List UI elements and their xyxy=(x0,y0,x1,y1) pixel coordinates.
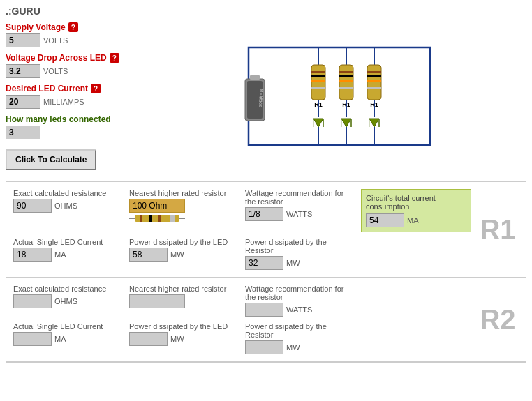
r1-power-led-row: mW xyxy=(129,248,239,262)
r1-wattage-label: Wattage recommendation for the resistor xyxy=(245,189,355,206)
desired-current-input[interactable] xyxy=(6,95,40,109)
r2-empty-bottom xyxy=(361,322,471,354)
voltage-drop-input[interactable] xyxy=(6,64,40,78)
circuit-diagram: METKU MODS R1 xyxy=(242,40,437,152)
supply-voltage-help-icon[interactable]: ? xyxy=(68,22,78,32)
r1-total-current-unit: mA xyxy=(407,216,419,225)
r1-total-current-cell: Circuit's total current consumption mA xyxy=(361,189,471,232)
results-section: Exact calculated resistance OHMS Nearest… xyxy=(6,181,526,363)
r2-exact-resistance-input[interactable] xyxy=(13,294,52,308)
desired-current-help-icon[interactable]: ? xyxy=(91,84,101,93)
r1-power-resistor-input[interactable] xyxy=(245,256,283,270)
main-container: .:GURU Supply Voltage ? VOLTS Voltage Dr… xyxy=(0,0,532,368)
svg-rect-11 xyxy=(311,87,325,89)
svg-rect-35 xyxy=(367,87,381,89)
r2-power-resistor-row: mW xyxy=(245,340,355,354)
r1-power-led-input[interactable] xyxy=(129,248,168,262)
r1-power-resistor-label: Power dissipated by the Resistor xyxy=(245,238,355,255)
desired-current-label: Desired LED Current ? xyxy=(6,84,145,93)
num-leds-label: How many leds connected xyxy=(6,114,145,124)
left-panel: Supply Voltage ? VOLTS Voltage Drop Acro… xyxy=(6,22,145,170)
r2-nearest-row xyxy=(129,294,239,308)
svg-rect-34 xyxy=(367,80,381,82)
svg-rect-21 xyxy=(339,75,353,77)
r2-actual-current-label: Actual Single LED Current xyxy=(13,322,124,331)
r1-actual-current-input[interactable] xyxy=(13,248,52,262)
supply-voltage-row: VOLTS xyxy=(6,33,145,47)
svg-rect-23 xyxy=(339,87,353,89)
r1-total-current-row: mA xyxy=(366,213,466,227)
r1-result-group: Exact calculated resistance OHMS Nearest… xyxy=(6,182,526,278)
r2-power-resistor-label: Power dissipated by the Resistor xyxy=(245,322,355,339)
r1-nearest-input[interactable] xyxy=(129,199,185,213)
r1-actual-current-row: mA xyxy=(13,248,124,262)
r1-actual-current-label: Actual Single LED Current xyxy=(13,238,124,246)
r1-exact-resistance-input[interactable] xyxy=(13,199,52,213)
app-title: .:GURU xyxy=(6,6,526,17)
r1-exact-resistance-cell: Exact calculated resistance OHMS xyxy=(13,189,124,232)
r2-exact-resistance-row: OHMS xyxy=(13,294,124,308)
r2-nearest-cell: Nearest higher rated resistor xyxy=(129,285,239,317)
r2-power-led-label: Power dissipated by the LED xyxy=(129,322,239,331)
r1-wattage-row: WATTS xyxy=(245,207,355,221)
r2-side-label: R2 xyxy=(477,285,519,354)
r2-actual-current-cell: Actual Single LED Current mA xyxy=(13,322,124,354)
svg-rect-33 xyxy=(367,75,381,77)
r2-wattage-cell: Wattage recommendation for the resistor … xyxy=(245,285,355,317)
circuit-area: METKU MODS R1 xyxy=(152,22,526,170)
desired-current-unit: MILLIAMPS xyxy=(43,98,84,106)
num-leds-input[interactable] xyxy=(6,126,40,139)
voltage-drop-help-icon[interactable]: ? xyxy=(110,53,119,63)
supply-voltage-input[interactable] xyxy=(6,33,40,47)
r2-actual-current-input[interactable] xyxy=(13,332,52,346)
svg-rect-22 xyxy=(339,80,353,82)
r1-exact-resistance-row: OHMS xyxy=(13,199,124,213)
r2-wattage-label: Wattage recommendation for the resistor xyxy=(245,285,355,301)
r2-power-led-unit: mW xyxy=(170,335,184,343)
r1-wattage-unit: WATTS xyxy=(286,210,312,218)
voltage-drop-unit: VOLTS xyxy=(43,67,68,75)
r1-power-led-unit: mW xyxy=(170,250,184,259)
num-leds-row xyxy=(6,126,145,139)
r1-actual-current-cell: Actual Single LED Current mA xyxy=(13,238,124,270)
r1-power-resistor-row: mW xyxy=(245,256,355,270)
svg-rect-31 xyxy=(367,65,381,100)
r2-result-group: Exact calculated resistance OHMS Nearest… xyxy=(6,278,526,362)
svg-marker-26 xyxy=(341,119,351,127)
r1-exact-resistance-label: Exact calculated resistance xyxy=(13,189,124,197)
r2-empty-top xyxy=(361,285,471,317)
r2-power-led-input[interactable] xyxy=(129,332,168,346)
r2-inner: Exact calculated resistance OHMS Nearest… xyxy=(13,285,471,354)
svg-rect-32 xyxy=(367,71,381,73)
desired-current-row: MILLIAMPS xyxy=(6,95,145,109)
svg-marker-38 xyxy=(369,119,379,127)
r2-actual-current-unit: mA xyxy=(54,335,66,343)
r2-wattage-input[interactable] xyxy=(245,303,283,317)
r1-nearest-row xyxy=(129,199,239,222)
r2-exact-resistance-label: Exact calculated resistance xyxy=(13,285,124,293)
r2-nearest-label: Nearest higher rated resistor xyxy=(129,285,239,293)
svg-rect-5 xyxy=(250,75,260,80)
r1-empty-cell xyxy=(361,238,471,270)
r1-total-current-input[interactable] xyxy=(366,213,404,227)
supply-voltage-unit: VOLTS xyxy=(43,36,68,45)
r1-total-current-label: Circuit's total current consumption xyxy=(366,194,466,211)
r2-exact-resistance-unit: OHMS xyxy=(54,297,77,305)
r1-power-resistor-unit: mW xyxy=(286,259,300,267)
voltage-drop-label: Voltage Drop Across LED ? xyxy=(6,53,145,63)
r1-wattage-cell: Wattage recommendation for the resistor … xyxy=(245,189,355,232)
r1-exact-resistance-unit: OHMS xyxy=(54,202,77,210)
svg-rect-9 xyxy=(311,75,325,77)
r2-power-resistor-input[interactable] xyxy=(245,340,283,354)
calculate-button[interactable]: Click To Calculate xyxy=(6,149,96,170)
r1-wattage-input[interactable] xyxy=(245,207,283,221)
r1-side-label: R1 xyxy=(477,189,519,270)
top-section: Supply Voltage ? VOLTS Voltage Drop Acro… xyxy=(6,22,526,170)
r2-power-led-cell: Power dissipated by the LED mW xyxy=(129,322,239,354)
r2-exact-resistance-cell: Exact calculated resistance OHMS xyxy=(13,285,124,317)
r2-power-led-row: mW xyxy=(129,332,239,346)
r2-power-resistor-unit: mW xyxy=(286,343,300,351)
r2-nearest-input[interactable] xyxy=(129,294,185,308)
r1-nearest-label: Nearest higher rated resistor xyxy=(129,189,239,197)
r1-actual-current-unit: mA xyxy=(54,250,66,259)
